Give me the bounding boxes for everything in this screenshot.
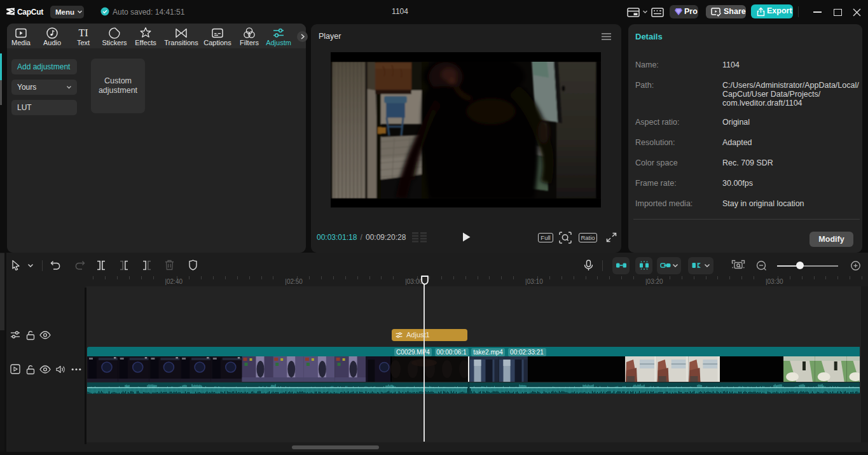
svg-text:TI: TI	[78, 27, 88, 38]
